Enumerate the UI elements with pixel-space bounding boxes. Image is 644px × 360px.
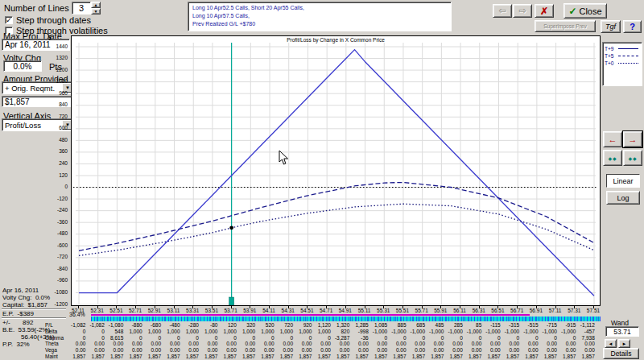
iv-percent-label: 36.4% xyxy=(69,312,85,317)
table-cell: 7,938 xyxy=(580,335,598,341)
table-cell: 0.00 xyxy=(467,341,485,346)
table-cell: 0.00 xyxy=(353,341,372,346)
position-line-1: Long 10 Apr52.5 Calls, Short 20 Apr55 Ca… xyxy=(192,4,447,12)
table-cell: 0 xyxy=(467,335,485,341)
table-cell: 1,857 xyxy=(580,354,598,359)
wand-input[interactable]: 53.71 xyxy=(605,326,639,337)
table-cell: 0.00 xyxy=(448,347,466,353)
table-cell: 0.00 xyxy=(580,341,598,346)
position-line-3: Prev Realized G/L +$780 xyxy=(192,20,447,28)
series-t-9 xyxy=(79,50,594,296)
table-cell: 1,000 xyxy=(203,329,221,334)
table-cell: 0.00 xyxy=(561,347,580,353)
help-button[interactable]: ? xyxy=(623,20,642,33)
table-cell: -480 xyxy=(165,322,184,328)
table-cell: 1,857 xyxy=(391,354,410,359)
y-tick-label: 0 xyxy=(37,184,68,189)
table-cell: 0.00 xyxy=(561,341,580,346)
table-cell: 1,857 xyxy=(429,354,448,359)
y-tick-label: 960 xyxy=(37,90,68,96)
table-cell: 0.00 xyxy=(316,341,334,346)
x-tick-label: 53.31 xyxy=(182,308,203,313)
details-button[interactable]: Details xyxy=(603,348,639,359)
table-cell: 0.00 xyxy=(580,347,598,353)
table-cell: 0.00 xyxy=(127,347,146,353)
log-scale-button[interactable]: Log xyxy=(606,191,640,205)
table-cell: 0 xyxy=(89,329,108,334)
table-cell: -915 xyxy=(561,322,580,328)
close-button[interactable]: ✓ Close xyxy=(564,3,607,19)
y-tick-label: -240 xyxy=(37,207,68,213)
linear-scale-button[interactable]: Linear xyxy=(606,174,640,188)
table-cell: 1,000 xyxy=(127,329,146,334)
table-cell: -1,082 xyxy=(89,322,108,328)
table-cell: 1,857 xyxy=(109,354,127,359)
number-of-lines-input[interactable]: 3 xyxy=(72,2,91,14)
table-cell: 0.00 xyxy=(353,347,372,353)
y-tick-label: 840 xyxy=(37,101,68,107)
table-cell: 285 xyxy=(448,322,466,328)
table-row: 008,61500000000000-3,287-36000000000007,… xyxy=(71,335,599,341)
table-cell: 0.00 xyxy=(543,341,561,346)
table-row-label: Gamma xyxy=(45,335,69,341)
wand-right-button[interactable]: ► xyxy=(618,339,630,348)
table-cell: 0.00 xyxy=(221,347,240,353)
table-cell: 1,857 xyxy=(505,354,523,359)
position-summary-box: Long 10 Apr52.5 Calls, Short 20 Apr55 Ca… xyxy=(188,2,452,31)
table-cell: 0 xyxy=(241,335,259,341)
table-cell: 0 xyxy=(221,335,240,341)
wand-left-button[interactable]: ◄ xyxy=(605,339,617,348)
table-cell: -1,000 xyxy=(543,329,561,334)
lines-spinner-down-button[interactable]: ▼ xyxy=(91,8,101,14)
table-cell: 1,000 xyxy=(184,329,203,334)
table-cell: -1,000 xyxy=(485,329,504,334)
back-button[interactable]: ⇦ xyxy=(493,4,512,18)
x-tick-label: 55.51 xyxy=(392,308,413,313)
zoom-in-button[interactable]: ◆◆ xyxy=(603,150,622,166)
table-cell: 0.00 xyxy=(109,341,127,346)
table-cell: 0.00 xyxy=(203,347,221,353)
table-cell: 0.00 xyxy=(485,341,504,346)
stats-expected-profit: E.P. -$389 xyxy=(2,310,34,317)
legend-line-sample xyxy=(618,56,638,56)
table-cell: -3,287 xyxy=(335,335,353,341)
y-tick-label: -1080 xyxy=(37,289,68,295)
superimpose-prev-button[interactable]: Superimpose Prev xyxy=(535,20,596,32)
table-cell: 0.00 xyxy=(523,341,542,346)
table-cell: 1,857 xyxy=(165,354,184,359)
table-cell: 0.00 xyxy=(411,347,429,353)
table-row-label: Delta xyxy=(45,329,69,334)
volty-chg-input[interactable]: 0.0% xyxy=(3,60,42,72)
y-tick-label: -360 xyxy=(37,219,68,225)
table-cell: 0 xyxy=(561,335,580,341)
table-cell: 0.00 xyxy=(89,347,108,353)
lines-spinner-up-button[interactable]: ▲ xyxy=(91,2,101,8)
x-tick-label: 52.91 xyxy=(144,308,165,313)
table-cell: 0.00 xyxy=(147,347,165,353)
table-cell: 0 xyxy=(203,335,221,341)
x-tick-label: 54.51 xyxy=(296,308,317,313)
table-cell: 1,857 xyxy=(203,354,221,359)
table-cell: 1,857 xyxy=(71,354,89,359)
table-cell: 0 xyxy=(184,335,203,341)
table-cell: 1,857 xyxy=(448,354,466,359)
table-cell: -680 xyxy=(147,322,165,328)
step-dates-checkbox[interactable]: ✓ xyxy=(5,16,13,24)
table-cell: 1,857 xyxy=(353,354,372,359)
position-line-2: Long 10 Apr57.5 Calls, xyxy=(192,12,447,20)
shift-left-button[interactable]: ← xyxy=(603,131,622,147)
x-tick-label: 56.71 xyxy=(506,308,527,313)
chart-plot-area[interactable]: Profit/Loss by Change in X Common Price xyxy=(71,35,601,306)
table-row: -1,082-1,082-1,080-880-680-480-280-80120… xyxy=(71,322,599,328)
table-cell: 0.00 xyxy=(523,347,542,353)
shift-right-button[interactable]: → xyxy=(623,131,642,147)
table-cell: 1,857 xyxy=(221,354,240,359)
x-tick-label: 55.91 xyxy=(430,308,451,313)
table-row: 0.000.000.000.000.000.000.000.000.000.00… xyxy=(71,341,599,346)
step-dates-label: Step through dates xyxy=(16,15,91,25)
forward-button[interactable]: ⇨ xyxy=(513,4,532,18)
delete-button[interactable]: ✗ xyxy=(535,4,554,18)
tgf-button[interactable]: Tgf xyxy=(601,20,621,33)
table-cell: 0.00 xyxy=(147,341,165,346)
zoom-out-button[interactable]: ◆◆ xyxy=(623,150,642,166)
